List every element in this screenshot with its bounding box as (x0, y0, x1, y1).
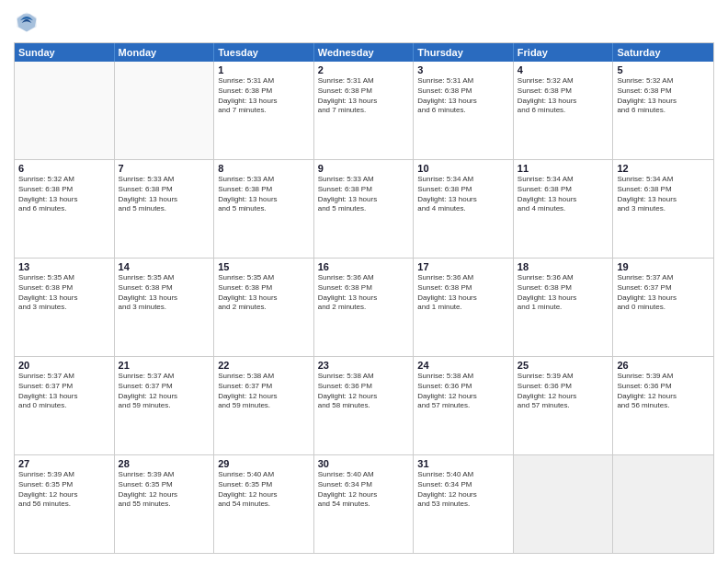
day-details: Sunrise: 5:37 AM Sunset: 6:37 PM Dayligh… (18, 372, 110, 411)
day-number: 5 (617, 64, 710, 75)
day-number: 2 (318, 64, 410, 75)
weekday-header-wednesday: Wednesday (314, 43, 415, 62)
calendar-cell-3-1: 13Sunrise: 5:35 AM Sunset: 6:38 PM Dayli… (15, 259, 115, 356)
weekday-header-thursday: Thursday (414, 43, 514, 62)
day-details: Sunrise: 5:38 AM Sunset: 6:36 PM Dayligh… (417, 372, 509, 411)
day-number: 7 (119, 163, 210, 174)
calendar-cell-4-1: 20Sunrise: 5:37 AM Sunset: 6:37 PM Dayli… (15, 357, 115, 454)
day-number: 18 (518, 261, 609, 272)
day-details: Sunrise: 5:40 AM Sunset: 6:35 PM Dayligh… (218, 470, 310, 510)
calendar-cell-4-5: 24Sunrise: 5:38 AM Sunset: 6:36 PM Dayli… (414, 357, 514, 454)
day-details: Sunrise: 5:39 AM Sunset: 6:36 PM Dayligh… (617, 372, 710, 411)
calendar-cell-4-2: 21Sunrise: 5:37 AM Sunset: 6:37 PM Dayli… (115, 357, 215, 454)
day-details: Sunrise: 5:35 AM Sunset: 6:38 PM Dayligh… (218, 273, 310, 313)
day-number: 12 (617, 163, 710, 174)
day-details: Sunrise: 5:36 AM Sunset: 6:38 PM Dayligh… (417, 273, 509, 313)
calendar-cell-2-7: 12Sunrise: 5:34 AM Sunset: 6:38 PM Dayli… (613, 160, 713, 258)
day-number: 24 (417, 360, 509, 371)
calendar-cell-4-4: 23Sunrise: 5:38 AM Sunset: 6:36 PM Dayli… (314, 357, 415, 454)
calendar-cell-3-7: 19Sunrise: 5:37 AM Sunset: 6:37 PM Dayli… (613, 259, 713, 356)
calendar-cell-2-4: 9Sunrise: 5:33 AM Sunset: 6:38 PM Daylig… (314, 160, 415, 258)
calendar-cell-1-4: 2Sunrise: 5:31 AM Sunset: 6:38 PM Daylig… (314, 62, 415, 159)
day-details: Sunrise: 5:31 AM Sunset: 6:38 PM Dayligh… (218, 76, 310, 116)
calendar-cell-4-6: 25Sunrise: 5:39 AM Sunset: 6:36 PM Dayli… (514, 357, 614, 454)
day-details: Sunrise: 5:39 AM Sunset: 6:35 PM Dayligh… (119, 470, 210, 510)
calendar-cell-3-4: 16Sunrise: 5:36 AM Sunset: 6:38 PM Dayli… (314, 259, 415, 356)
day-details: Sunrise: 5:31 AM Sunset: 6:38 PM Dayligh… (318, 76, 410, 116)
weekday-header-monday: Monday (115, 43, 215, 62)
day-details: Sunrise: 5:32 AM Sunset: 6:38 PM Dayligh… (18, 175, 110, 214)
day-details: Sunrise: 5:36 AM Sunset: 6:38 PM Dayligh… (318, 273, 410, 313)
day-number: 27 (18, 458, 110, 469)
calendar-cell-5-4: 30Sunrise: 5:40 AM Sunset: 6:34 PM Dayli… (314, 455, 415, 553)
day-number: 29 (218, 458, 310, 469)
calendar-cell-5-2: 28Sunrise: 5:39 AM Sunset: 6:35 PM Dayli… (115, 455, 215, 553)
calendar-cell-3-2: 14Sunrise: 5:35 AM Sunset: 6:38 PM Dayli… (115, 259, 215, 356)
day-number: 25 (518, 360, 609, 371)
day-details: Sunrise: 5:34 AM Sunset: 6:38 PM Dayligh… (617, 175, 710, 214)
calendar-cell-2-2: 7Sunrise: 5:33 AM Sunset: 6:38 PM Daylig… (115, 160, 215, 258)
day-number: 14 (119, 261, 210, 272)
calendar-cell-5-7 (613, 455, 713, 553)
day-number: 23 (318, 360, 410, 371)
calendar-cell-2-6: 11Sunrise: 5:34 AM Sunset: 6:38 PM Dayli… (514, 160, 614, 258)
calendar-cell-1-3: 1Sunrise: 5:31 AM Sunset: 6:38 PM Daylig… (214, 62, 314, 159)
day-details: Sunrise: 5:34 AM Sunset: 6:38 PM Dayligh… (417, 175, 509, 214)
day-number: 3 (417, 64, 509, 75)
day-details: Sunrise: 5:37 AM Sunset: 6:37 PM Dayligh… (617, 273, 710, 313)
day-details: Sunrise: 5:38 AM Sunset: 6:36 PM Dayligh… (318, 372, 410, 411)
day-number: 10 (417, 163, 509, 174)
calendar-cell-1-1 (15, 62, 115, 159)
day-number: 15 (218, 261, 310, 272)
calendar-cell-4-3: 22Sunrise: 5:38 AM Sunset: 6:37 PM Dayli… (214, 357, 314, 454)
calendar-cell-2-3: 8Sunrise: 5:33 AM Sunset: 6:38 PM Daylig… (214, 160, 314, 258)
calendar: SundayMondayTuesdayWednesdayThursdayFrid… (14, 42, 714, 554)
header (14, 9, 714, 35)
day-details: Sunrise: 5:36 AM Sunset: 6:38 PM Dayligh… (518, 273, 609, 313)
weekday-header-saturday: Saturday (613, 43, 713, 62)
day-number: 30 (318, 458, 410, 469)
day-number: 22 (218, 360, 310, 371)
calendar-cell-5-1: 27Sunrise: 5:39 AM Sunset: 6:35 PM Dayli… (15, 455, 115, 553)
day-details: Sunrise: 5:32 AM Sunset: 6:38 PM Dayligh… (617, 76, 710, 116)
logo (14, 9, 43, 35)
weekday-header-tuesday: Tuesday (214, 43, 314, 62)
day-number: 31 (417, 458, 509, 469)
day-number: 8 (218, 163, 310, 174)
day-number: 4 (518, 64, 609, 75)
day-details: Sunrise: 5:33 AM Sunset: 6:38 PM Dayligh… (218, 175, 310, 214)
day-number: 6 (18, 163, 110, 174)
calendar-body: 1Sunrise: 5:31 AM Sunset: 6:38 PM Daylig… (15, 62, 713, 553)
day-number: 11 (518, 163, 609, 174)
day-details: Sunrise: 5:31 AM Sunset: 6:38 PM Dayligh… (417, 76, 509, 116)
calendar-row-4: 20Sunrise: 5:37 AM Sunset: 6:37 PM Dayli… (15, 356, 713, 454)
calendar-cell-2-5: 10Sunrise: 5:34 AM Sunset: 6:38 PM Dayli… (414, 160, 514, 258)
calendar-cell-5-3: 29Sunrise: 5:40 AM Sunset: 6:35 PM Dayli… (214, 455, 314, 553)
day-number: 13 (18, 261, 110, 272)
day-number: 9 (318, 163, 410, 174)
calendar-cell-5-6 (514, 455, 614, 553)
calendar-row-1: 1Sunrise: 5:31 AM Sunset: 6:38 PM Daylig… (15, 62, 713, 159)
day-number: 17 (417, 261, 509, 272)
day-details: Sunrise: 5:38 AM Sunset: 6:37 PM Dayligh… (218, 372, 310, 411)
day-number: 28 (119, 458, 210, 469)
calendar-cell-1-5: 3Sunrise: 5:31 AM Sunset: 6:38 PM Daylig… (414, 62, 514, 159)
day-details: Sunrise: 5:35 AM Sunset: 6:38 PM Dayligh… (18, 273, 110, 313)
day-number: 20 (18, 360, 110, 371)
day-details: Sunrise: 5:37 AM Sunset: 6:37 PM Dayligh… (119, 372, 210, 411)
calendar-cell-5-5: 31Sunrise: 5:40 AM Sunset: 6:34 PM Dayli… (414, 455, 514, 553)
day-number: 21 (119, 360, 210, 371)
day-details: Sunrise: 5:39 AM Sunset: 6:36 PM Dayligh… (518, 372, 609, 411)
day-details: Sunrise: 5:39 AM Sunset: 6:35 PM Dayligh… (18, 470, 110, 510)
calendar-header: SundayMondayTuesdayWednesdayThursdayFrid… (15, 43, 713, 62)
weekday-header-friday: Friday (514, 43, 614, 62)
day-number: 1 (218, 64, 310, 75)
day-details: Sunrise: 5:32 AM Sunset: 6:38 PM Dayligh… (518, 76, 609, 116)
day-details: Sunrise: 5:34 AM Sunset: 6:38 PM Dayligh… (518, 175, 609, 214)
day-number: 19 (617, 261, 710, 272)
day-details: Sunrise: 5:40 AM Sunset: 6:34 PM Dayligh… (417, 470, 509, 510)
calendar-cell-1-6: 4Sunrise: 5:32 AM Sunset: 6:38 PM Daylig… (514, 62, 614, 159)
day-details: Sunrise: 5:33 AM Sunset: 6:38 PM Dayligh… (119, 175, 210, 214)
page: SundayMondayTuesdayWednesdayThursdayFrid… (0, 0, 728, 563)
calendar-cell-1-2 (115, 62, 215, 159)
